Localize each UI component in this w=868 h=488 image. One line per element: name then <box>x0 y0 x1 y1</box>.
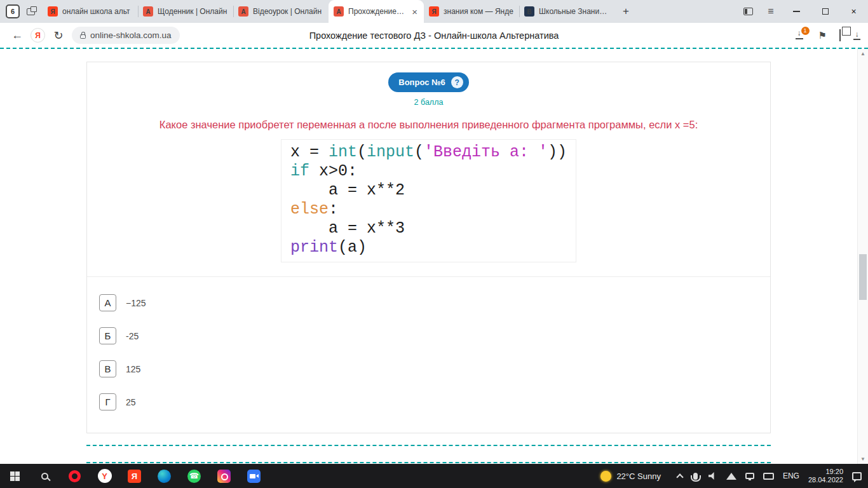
date-text: 28.04.2022 <box>808 476 843 484</box>
school-favicon: А <box>143 6 153 17</box>
answer-option-a[interactable]: А −125 <box>99 294 770 311</box>
collections-button[interactable] <box>839 30 841 41</box>
screen: 6 Я онлайн школа альт А Щоденник | Онлай… <box>0 0 868 488</box>
language-indicator[interactable]: ENG <box>783 471 799 480</box>
yandex-browser-icon: Y <box>98 469 112 483</box>
yandex-home-button[interactable]: Я <box>31 28 45 43</box>
start-button[interactable] <box>0 464 30 488</box>
menu-button[interactable]: ≡ <box>759 0 782 23</box>
taskbar-yandex-browser-button[interactable]: Y <box>90 464 119 488</box>
brainly-favicon: B <box>524 6 534 17</box>
scroll-down-icon[interactable]: ▼ <box>858 456 868 462</box>
question-card: Вопрос №6 ? 2 балла Какое значение приоб… <box>86 62 771 433</box>
window-maximize-button[interactable] <box>811 0 839 23</box>
weather-text: 22°C Sunny <box>616 471 661 481</box>
code-line: print(a) <box>290 238 567 257</box>
system-tray: 22°C Sunny ENG 19:20 28.04.2022 <box>600 468 868 484</box>
sun-icon <box>600 471 611 482</box>
code-line: a = x**3 <box>290 219 567 238</box>
network-icon[interactable] <box>726 473 736 480</box>
tab-strip: 6 Я онлайн школа альт А Щоденник | Онлай… <box>0 0 868 23</box>
lock-icon <box>80 34 86 39</box>
download-page-button[interactable]: ↓ <box>853 31 860 40</box>
browser-toolbar: ← Я ↻ online-shkola.com.ua Прохождение т… <box>0 23 868 48</box>
help-icon[interactable]: ? <box>451 76 463 88</box>
clock[interactable]: 19:20 28.04.2022 <box>808 468 843 484</box>
downloads-button[interactable]: ↓ 1 <box>793 30 806 41</box>
vertical-tabs-icon <box>743 8 753 15</box>
answer-text: −125 <box>126 298 146 308</box>
answer-option-v[interactable]: В 125 <box>99 360 770 377</box>
vertical-tabs-button[interactable] <box>736 0 759 23</box>
refresh-button[interactable]: ↻ <box>49 26 68 45</box>
search-icon <box>41 473 48 480</box>
answer-text: 125 <box>126 364 140 374</box>
tab-3[interactable]: А Відеоурок | Онлайн <box>233 0 329 23</box>
tab-close-icon[interactable]: × <box>410 7 419 17</box>
taskbar-search-button[interactable] <box>30 464 60 488</box>
taskbar-camera-button[interactable] <box>239 464 269 488</box>
tab-preview-icon <box>27 8 35 15</box>
microphone-icon[interactable] <box>693 473 698 480</box>
yandex-favicon: Я <box>429 6 439 17</box>
tab-2[interactable]: А Щоденник | Онлайн <box>138 0 233 23</box>
question-points: 2 балла <box>87 98 770 107</box>
taskbar: Y Я ☎ 22°C Sunny ENG <box>0 464 868 488</box>
tab-preview-button[interactable] <box>22 3 39 20</box>
answer-letter-box[interactable]: В <box>99 360 116 377</box>
yandex-app-icon: Я <box>128 470 141 483</box>
school-favicon: А <box>238 6 248 17</box>
dashed-separator-bottom-1 <box>86 445 771 446</box>
opera-icon <box>69 470 81 482</box>
scrollbar[interactable]: ▲ ▼ <box>857 49 868 464</box>
download-badge: 1 <box>801 27 810 35</box>
back-button[interactable]: ← <box>8 26 27 45</box>
tab-1[interactable]: Я онлайн школа альт <box>43 0 138 23</box>
taskbar-whatsapp-button[interactable]: ☎ <box>179 464 209 488</box>
answer-option-g[interactable]: Г 25 <box>99 393 770 410</box>
action-center-icon[interactable] <box>852 472 862 480</box>
answer-text: -25 <box>126 331 139 341</box>
taskbar-opera-button[interactable] <box>60 464 90 488</box>
window-close-button[interactable]: × <box>839 0 868 23</box>
weather-widget[interactable]: 22°C Sunny <box>600 471 668 482</box>
scrollbar-thumb[interactable] <box>859 254 867 300</box>
keyboard-icon[interactable] <box>763 473 774 480</box>
code-line: x = int(input('Введіть a: ')) <box>290 143 567 162</box>
dashed-separator-bottom-2 <box>86 462 771 463</box>
answer-letter-box[interactable]: Г <box>99 393 116 410</box>
bookmark-flag-button[interactable]: ⚑ <box>818 30 827 41</box>
time-text: 19:20 <box>808 468 843 476</box>
answer-text: 25 <box>126 397 136 407</box>
window-minimize-button[interactable] <box>782 0 811 23</box>
code-line: else: <box>290 200 567 219</box>
speaker-icon[interactable] <box>709 472 717 480</box>
tab-label: Школьные Знания.с <box>539 7 609 16</box>
tab-label: знания ком — Янде <box>444 7 514 16</box>
new-tab-button[interactable]: + <box>617 3 635 20</box>
answer-letter-box[interactable]: А <box>99 294 116 311</box>
maximize-icon <box>822 8 829 15</box>
question-number-badge: Вопрос №6 ? <box>388 72 468 92</box>
tab-5[interactable]: Я знания ком — Янде <box>424 0 519 23</box>
taskbar-yandex-app-button[interactable]: Я <box>119 464 149 488</box>
download-icon: ↓ <box>855 31 859 38</box>
whatsapp-icon: ☎ <box>187 470 201 483</box>
address-bar[interactable]: online-shkola.com.ua <box>72 27 180 44</box>
code-block: x = int(input('Введіть a: '))if x>0: a =… <box>281 139 576 262</box>
taskbar-instagram-button[interactable] <box>209 464 239 488</box>
tab-counter-badge[interactable]: 6 <box>6 4 20 18</box>
answer-list: А −125 Б -25 В 125 Г 25 <box>87 277 770 410</box>
question-text: Какое значение приобретет переменная а п… <box>87 119 770 131</box>
taskbar-edge-button[interactable] <box>149 464 179 488</box>
yandex-favicon: Я <box>48 6 58 17</box>
answer-option-b[interactable]: Б -25 <box>99 327 770 344</box>
display-icon[interactable] <box>745 473 754 479</box>
answer-letter-box[interactable]: Б <box>99 327 116 344</box>
tab-6[interactable]: B Школьные Знания.с <box>519 0 614 23</box>
download-tray-icon: ↓ <box>797 30 801 37</box>
video-camera-icon <box>247 470 261 483</box>
scroll-up-icon[interactable]: ▲ <box>858 51 868 57</box>
tab-4-active[interactable]: А Прохождение те × <box>329 0 424 23</box>
tray-expand-icon[interactable] <box>676 473 683 480</box>
